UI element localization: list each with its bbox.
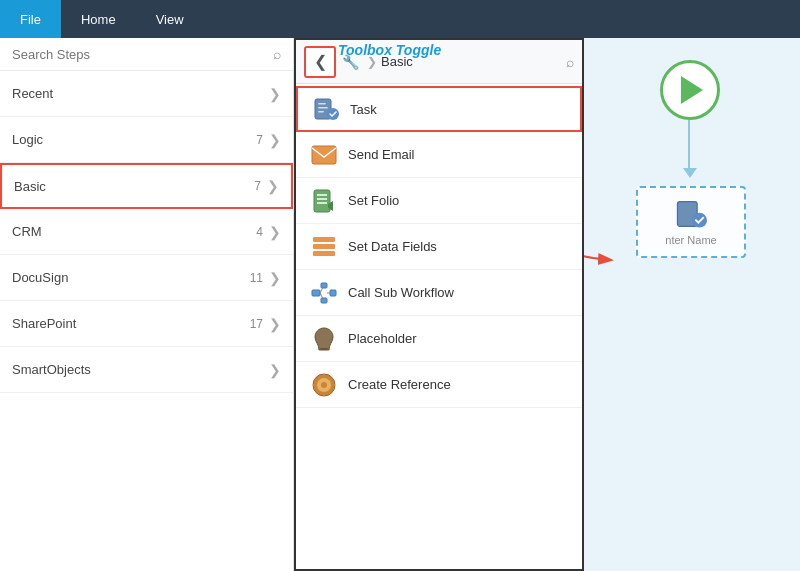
svg-rect-20 bbox=[320, 348, 328, 350]
sidebar-item-label: SmartObjects bbox=[12, 362, 263, 377]
menu-tab-view[interactable]: View bbox=[136, 0, 204, 38]
search-icon[interactable]: ⌕ bbox=[273, 46, 281, 62]
play-button[interactable] bbox=[660, 60, 720, 120]
chevron-right-icon: ❯ bbox=[269, 362, 281, 378]
datafields-icon bbox=[310, 233, 338, 261]
chevron-right-icon: ❯ bbox=[269, 224, 281, 240]
reference-icon bbox=[310, 371, 338, 399]
chevron-right-icon: ❯ bbox=[269, 86, 281, 102]
sidebar-item-label: Logic bbox=[12, 132, 256, 147]
sidebar-item-sharepoint[interactable]: SharePoint 17 ❯ bbox=[0, 301, 293, 347]
sidebar-item-label: DocuSign bbox=[12, 270, 250, 285]
sidebar-item-label: CRM bbox=[12, 224, 256, 239]
toolbox-item-label: Set Data Fields bbox=[348, 239, 437, 254]
sidebar-item-basic[interactable]: Basic 7 ❯ bbox=[0, 163, 293, 209]
canvas-task-node[interactable]: nter Name bbox=[636, 186, 746, 258]
sidebar-item-label: Recent bbox=[12, 86, 263, 101]
sidebar-item-recent[interactable]: Recent ❯ bbox=[0, 71, 293, 117]
toolbox-item-placeholder[interactable]: Placeholder bbox=[296, 316, 582, 362]
sidebar-item-label: Basic bbox=[14, 179, 254, 194]
toolbox-item-task[interactable]: Task bbox=[296, 86, 582, 132]
svg-rect-5 bbox=[312, 146, 336, 164]
toolbox-item-create-reference[interactable]: Create Reference bbox=[296, 362, 582, 408]
svg-rect-11 bbox=[313, 244, 335, 249]
sidebar-item-docusign[interactable]: DocuSign 11 ❯ bbox=[0, 255, 293, 301]
toolbox-item-label: Placeholder bbox=[348, 331, 417, 346]
task-icon bbox=[312, 95, 340, 123]
toolbox-item-label: Send Email bbox=[348, 147, 414, 162]
toolbox-item-label: Call Sub Workflow bbox=[348, 285, 454, 300]
search-input[interactable] bbox=[12, 47, 273, 62]
svg-rect-6 bbox=[314, 190, 330, 212]
toolbox-search-icon[interactable]: ⌕ bbox=[566, 54, 574, 70]
toolbox-item-label: Task bbox=[350, 102, 377, 117]
chevron-left-icon: ❮ bbox=[314, 52, 327, 71]
sidebar-item-count: 7 bbox=[256, 133, 263, 147]
svg-rect-12 bbox=[313, 251, 335, 256]
canvas-area: nter Name bbox=[584, 38, 800, 571]
canvas-node-label: nter Name bbox=[665, 234, 716, 246]
svg-rect-13 bbox=[312, 290, 320, 296]
svg-rect-4 bbox=[318, 111, 324, 113]
sidebar-item-crm[interactable]: CRM 4 ❯ bbox=[0, 209, 293, 255]
menu-bar: File Home View bbox=[0, 0, 800, 38]
chevron-right-icon: ❯ bbox=[269, 316, 281, 332]
chevron-right-icon: ❯ bbox=[269, 132, 281, 148]
sidebar-item-count: 7 bbox=[254, 179, 261, 193]
menu-tab-file[interactable]: File bbox=[0, 0, 61, 38]
play-icon bbox=[681, 76, 703, 104]
toolbox-item-call-sub-workflow[interactable]: Call Sub Workflow bbox=[296, 270, 582, 316]
connector-arrow-icon bbox=[683, 168, 697, 178]
placeholder-icon bbox=[310, 325, 338, 353]
chevron-right-icon: ❯ bbox=[267, 178, 279, 194]
folio-icon bbox=[310, 187, 338, 215]
subworkflow-icon bbox=[310, 279, 338, 307]
search-bar: ⌕ bbox=[0, 38, 293, 71]
toolbox-item-label: Create Reference bbox=[348, 377, 451, 392]
sidebar-item-count: 17 bbox=[250, 317, 263, 331]
sidebar-item-label: SharePoint bbox=[12, 316, 250, 331]
toolbox-toggle-label: Toolbox Toggle bbox=[338, 42, 441, 58]
toolbox-item-send-email[interactable]: Send Email bbox=[296, 132, 582, 178]
toolbox-item-set-folio[interactable]: Set Folio bbox=[296, 178, 582, 224]
toolbox-item-label: Set Folio bbox=[348, 193, 399, 208]
email-icon bbox=[310, 141, 338, 169]
svg-rect-3 bbox=[318, 107, 328, 109]
menu-tab-home[interactable]: Home bbox=[61, 0, 136, 38]
sidebar-item-smartobjects[interactable]: SmartObjects ❯ bbox=[0, 347, 293, 393]
chevron-right-icon: ❯ bbox=[269, 270, 281, 286]
svg-rect-10 bbox=[313, 237, 335, 242]
toolbox-toggle-button[interactable]: ❮ bbox=[304, 46, 336, 78]
svg-rect-2 bbox=[318, 103, 326, 105]
sidebar: ⌕ Recent ❯ Logic 7 ❯ Basic 7 ❯ CRM 4 ❯ D… bbox=[0, 38, 294, 571]
sidebar-item-logic[interactable]: Logic 7 ❯ bbox=[0, 117, 293, 163]
svg-rect-16 bbox=[330, 290, 336, 296]
canvas-node-task-icon bbox=[675, 198, 707, 230]
toolbox-item-set-data-fields[interactable]: Set Data Fields bbox=[296, 224, 582, 270]
sidebar-item-count: 4 bbox=[256, 225, 263, 239]
sidebar-item-count: 11 bbox=[250, 271, 263, 285]
connector-line bbox=[688, 120, 690, 170]
toolbox-panel: ❮ 🔧 ❯ Basic ⌕ Toolbox Toggle Task bbox=[294, 38, 584, 571]
svg-point-23 bbox=[321, 382, 327, 388]
